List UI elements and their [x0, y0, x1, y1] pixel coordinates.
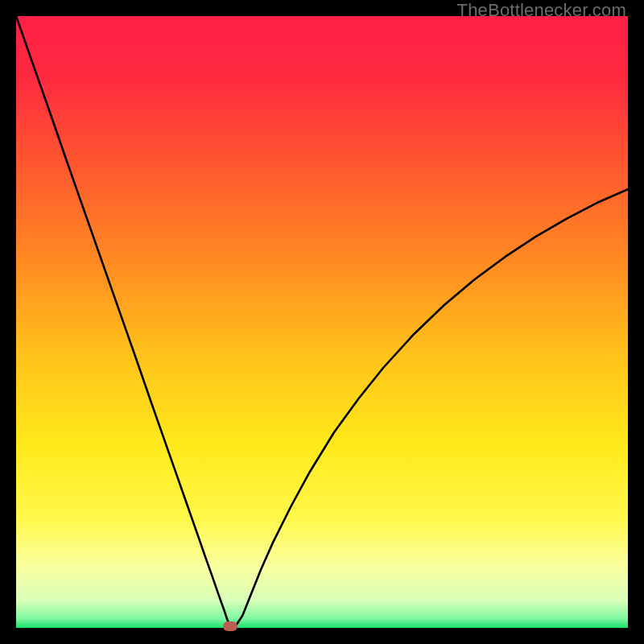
bottleneck-chart — [16, 16, 628, 628]
watermark-text: TheBottlenecker.com — [457, 0, 626, 21]
optimum-marker — [223, 621, 237, 631]
chart-frame — [16, 16, 628, 628]
gradient-background — [16, 16, 628, 628]
